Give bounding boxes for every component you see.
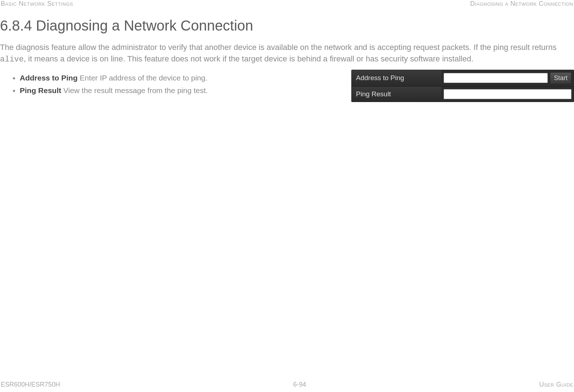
result-field-cell [441,87,574,102]
bullet-desc: Enter IP address of the device to ping. [78,74,208,82]
list-item: Ping Result View the result message from… [20,84,208,97]
footer-center: 6-94 [293,381,306,388]
intro-text-after: , it means a device is on line. This fea… [24,54,473,63]
ping-result-label: Ping Result [352,87,441,102]
footer-left: ESR600H/ESR750H [1,381,60,388]
list-item: Address to Ping Enter IP address of the … [20,72,208,84]
header-right: Diagnosing a Network Connection [470,0,573,8]
ping-panel: Address to Ping Start Ping Result [351,70,574,102]
header-left: Basic Network Settings [1,0,73,8]
ping-result-input[interactable] [444,89,571,99]
section-title: 6.8.4 Diagnosing a Network Connection [0,18,574,34]
intro-paragraph: The diagnosis feature allow the administ… [0,42,574,65]
address-to-ping-label: Address to Ping [352,70,441,86]
page-footer: ESR600H/ESR750H 6-94 User Guide [0,381,574,388]
address-field-cell: Start [441,70,574,86]
panel-row-address: Address to Ping Start [352,70,574,87]
intro-code: alive [0,55,24,64]
page-header: Basic Network Settings Diagnosing a Netw… [0,0,574,8]
bullet-list: Address to Ping Enter IP address of the … [0,72,208,97]
address-to-ping-input[interactable] [444,73,548,83]
footer-right: User Guide [539,381,573,388]
bullet-term: Address to Ping [20,74,78,82]
panel-row-result: Ping Result [352,87,574,102]
bullet-desc: View the result message from the ping te… [61,86,208,94]
intro-text-before: The diagnosis feature allow the administ… [0,43,556,52]
bullet-term: Ping Result [20,86,61,94]
start-button[interactable]: Start [550,72,571,84]
content-row: Address to Ping Enter IP address of the … [0,72,574,102]
